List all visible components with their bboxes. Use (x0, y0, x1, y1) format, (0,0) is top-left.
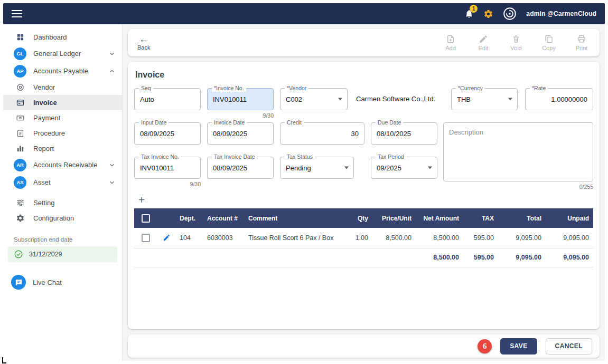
invoice-card: Invoice Seq *Invoice No. *Vendor (128, 62, 600, 329)
dropdown-caret-icon[interactable] (508, 98, 512, 101)
currency-field[interactable]: *Currency (451, 88, 518, 110)
edit-line-button[interactable] (163, 234, 171, 242)
seq-input[interactable] (135, 89, 200, 110)
notifications-button[interactable]: 1 (464, 9, 474, 18)
total-unpaid: 9,095.00 (546, 248, 593, 267)
cell-total: 9,095.00 (498, 228, 546, 248)
copy-button[interactable]: Copy (540, 34, 557, 51)
cell-account: 6030003 (203, 228, 244, 248)
cell-price-unit: 8,500.00 (372, 228, 416, 248)
sidebar-item-setting[interactable]: Setting (3, 195, 122, 210)
cell-unpaid: 9,095.00 (546, 228, 593, 248)
gear-icon (14, 214, 26, 223)
description-input[interactable] (444, 123, 593, 181)
credit-input[interactable] (280, 123, 364, 144)
tax-status-field[interactable]: Tax Status (280, 157, 354, 179)
vendor-name-text: Carmen Software Co.,Ltd. (356, 88, 449, 110)
check-circle-icon (14, 250, 23, 259)
sidebar-item-vendor[interactable]: Vendor (3, 80, 122, 95)
col-qty: Qty (342, 208, 372, 228)
bar-chart-icon (14, 144, 26, 153)
description-field[interactable] (443, 122, 593, 181)
invoice-form: Seq *Invoice No. *Vendor Carmen Software… (134, 88, 593, 193)
tax-period-input[interactable] (371, 157, 437, 178)
tax-invoice-no-field[interactable]: Tax Invoice No. (134, 157, 201, 179)
due-date-field[interactable]: Due Date (371, 122, 437, 145)
tax-invoice-no-counter: 9/30 (134, 181, 201, 187)
sidebar-item-payment[interactable]: Payment (3, 110, 122, 126)
credit-field[interactable]: Credit (280, 122, 364, 145)
tax-status-input[interactable] (280, 157, 353, 178)
main-content: ← Back Add Edit Void (123, 24, 605, 361)
dropdown-caret-icon[interactable] (338, 98, 342, 101)
dropdown-caret-icon[interactable] (344, 167, 349, 169)
col-unpaid: Unpaid (546, 208, 593, 228)
vendor-field[interactable]: *Vendor (280, 88, 348, 110)
add-line-button[interactable]: + (134, 193, 149, 207)
sidebar-item-accounts-receivable[interactable]: AR Accounts Receivable (3, 156, 122, 174)
corner-mark (2, 357, 6, 363)
invoice-date-input[interactable] (208, 123, 273, 144)
ar-module-avatar: AR (14, 159, 26, 171)
print-button[interactable]: Print (573, 34, 590, 51)
settings-gear-button[interactable] (483, 9, 493, 19)
subscription-end-date: 31/12/2029 (8, 246, 117, 262)
topbar: 1 admin @CarmenCloud (3, 3, 605, 24)
chevron-down-icon (108, 179, 116, 186)
sidebar-item-invoice[interactable]: Invoice (3, 95, 122, 110)
description-counter: 0/255 (443, 184, 593, 190)
seq-field[interactable]: Seq (134, 88, 201, 110)
cell-comment: Tissue Roll Scort 6 Pax / Box (244, 228, 342, 248)
trash-icon (511, 34, 521, 44)
live-chat-button[interactable]: Live Chat (3, 275, 122, 290)
sidebar-item-general-ledger[interactable]: GL General Ledger (3, 45, 122, 62)
edit-button[interactable]: Edit (475, 34, 492, 51)
void-button[interactable]: Void (508, 34, 525, 51)
vendor-input[interactable] (280, 89, 347, 110)
tax-invoice-no-input[interactable] (135, 157, 200, 178)
currency-input[interactable] (452, 89, 517, 110)
clipboard-icon (14, 129, 26, 138)
dropdown-caret-icon[interactable] (428, 167, 432, 169)
sidebar-item-asset[interactable]: AS Asset (3, 174, 122, 191)
input-date-field[interactable]: Input Date (134, 122, 201, 145)
total-tax: 595.00 (463, 248, 498, 267)
tax-invoice-date-input[interactable] (208, 157, 273, 178)
note-add-icon (446, 34, 455, 44)
tax-period-field[interactable]: Tax Period (371, 157, 437, 179)
user-account-label[interactable]: admin @CarmenCloud (526, 10, 596, 17)
menu-icon[interactable] (12, 10, 22, 17)
input-date-input[interactable] (135, 123, 200, 144)
save-button[interactable]: SAVE (500, 338, 537, 355)
col-dept: Dept. (175, 208, 203, 228)
due-date-input[interactable] (371, 123, 437, 144)
rate-field[interactable]: *Rate (525, 88, 593, 110)
invoice-date-field[interactable]: Invoice Date (207, 122, 274, 145)
invoice-icon (14, 98, 26, 107)
sidebar-item-procedure[interactable]: Procedure (3, 126, 122, 141)
invoice-lines-table: Dept. Account # Comment Qty Price/Unit N… (134, 208, 593, 267)
add-button[interactable]: Add (442, 34, 459, 51)
cancel-button[interactable]: CANCEL (546, 338, 592, 355)
total-net-amount: 8,500.00 (416, 248, 463, 267)
col-account: Account # (203, 208, 244, 228)
copy-icon (544, 34, 554, 44)
invoice-no-input[interactable] (208, 89, 273, 110)
back-button[interactable]: ← Back (137, 35, 150, 51)
sidebar-item-report[interactable]: Report (3, 141, 122, 156)
payment-icon (14, 113, 26, 122)
total-total: 9,095.00 (498, 248, 546, 267)
sidebar-item-dashboard[interactable]: Dashboard (3, 30, 122, 45)
chevron-down-icon (108, 50, 116, 58)
select-all-checkbox[interactable] (142, 214, 150, 223)
carmen-logo-icon (503, 7, 517, 21)
sidebar-item-configuration[interactable]: Configuration (3, 210, 122, 226)
row-checkbox[interactable] (142, 234, 150, 242)
invoice-no-field[interactable]: *Invoice No. (207, 88, 274, 110)
annotation-badge: 6 (478, 339, 492, 353)
sidebar-item-accounts-payable[interactable]: AP Accounts Payable (3, 62, 122, 80)
rate-input[interactable] (526, 89, 593, 110)
page-title: Invoice (135, 70, 593, 80)
cell-net-amount: 8,500.00 (416, 228, 463, 248)
tax-invoice-date-field[interactable]: Tax Invoice Date (207, 157, 274, 179)
